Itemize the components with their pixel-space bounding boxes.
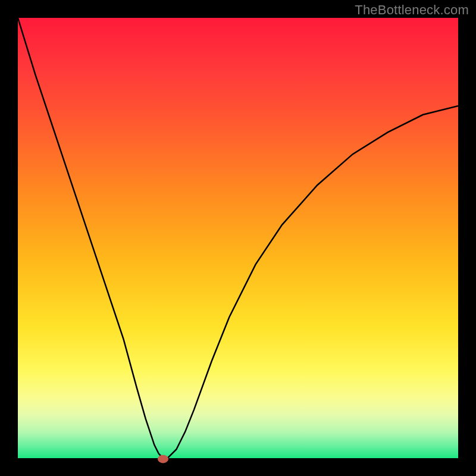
watermark-text: TheBottleneck.com [355,2,469,18]
optimum-marker [158,455,168,463]
plot-area [18,18,458,458]
bottleneck-curve [18,18,458,458]
chart-frame: TheBottleneck.com [0,0,476,476]
